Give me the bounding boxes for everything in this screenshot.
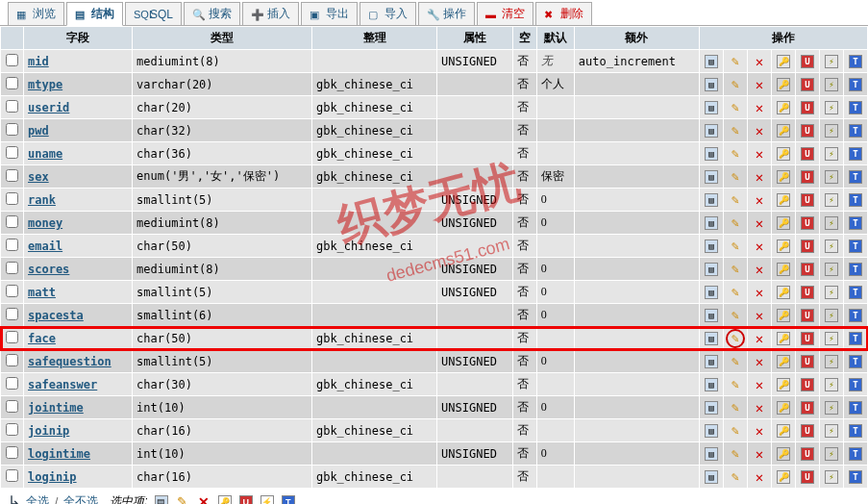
index-icon[interactable]: ⚡	[824, 446, 839, 462]
row-checkbox[interactable]	[6, 377, 18, 390]
fulltext-icon[interactable]: T	[848, 77, 863, 92]
tab-导入[interactable]: ▢导入	[360, 2, 416, 25]
field-name-link[interactable]: pwd	[28, 124, 49, 138]
field-name-link[interactable]: scores	[28, 263, 69, 276]
unique-icon[interactable]: U	[800, 239, 815, 254]
browse-icon[interactable]: ▤	[704, 123, 719, 139]
edit-icon[interactable]: ✎	[728, 423, 743, 439]
browse-icon[interactable]: ▤	[704, 192, 719, 208]
fulltext-icon[interactable]: T	[848, 354, 863, 369]
row-checkbox[interactable]	[6, 262, 18, 274]
field-name-link[interactable]: safeanswer	[28, 378, 97, 391]
unique-icon[interactable]: U	[800, 192, 815, 208]
fulltext-icon[interactable]: T	[848, 169, 863, 185]
edit-icon[interactable]: ✎	[728, 331, 743, 346]
field-name-link[interactable]: sex	[28, 170, 49, 184]
fulltext-icon[interactable]: T	[848, 308, 863, 323]
field-name-link[interactable]: rank	[28, 193, 56, 207]
browse-icon[interactable]: ▤	[704, 331, 719, 346]
unique-icon[interactable]: U	[800, 469, 815, 485]
index-icon[interactable]: ⚡	[824, 377, 839, 392]
fulltext-icon[interactable]: T	[848, 423, 863, 439]
edit-icon[interactable]: ✎	[728, 400, 743, 416]
unique-icon[interactable]: U	[800, 400, 815, 416]
primary-key-icon[interactable]: 🔑	[776, 215, 791, 231]
field-name-link[interactable]: face	[28, 332, 56, 345]
field-name-link[interactable]: mid	[28, 55, 49, 68]
fulltext-icon[interactable]: T	[848, 446, 863, 462]
row-checkbox[interactable]	[6, 331, 18, 343]
delete-icon[interactable]: ✕	[752, 354, 767, 369]
delete-icon[interactable]: ✕	[752, 100, 767, 115]
unique-icon[interactable]: U	[800, 54, 815, 69]
unique-icon[interactable]: U	[800, 215, 815, 231]
fulltext-icon[interactable]: T	[848, 377, 863, 392]
browse-icon[interactable]: ▤	[704, 446, 719, 462]
primary-key-icon[interactable]: 🔑	[776, 308, 791, 323]
primary-key-icon[interactable]: 🔑	[776, 423, 791, 439]
edit-icon[interactable]: ✎	[728, 192, 743, 208]
delete-icon[interactable]: ✕	[752, 331, 767, 346]
browse-icon[interactable]: ▤	[704, 77, 719, 92]
primary-key-icon[interactable]: 🔑	[776, 169, 791, 185]
index-icon[interactable]: ⚡	[824, 354, 839, 369]
edit-icon[interactable]: ✎	[728, 77, 743, 92]
row-checkbox[interactable]	[6, 169, 18, 182]
delete-icon[interactable]: ✕	[752, 169, 767, 185]
unique-icon[interactable]: U	[800, 146, 815, 162]
delete-icon[interactable]: ✕	[752, 377, 767, 392]
index-icon[interactable]: ⚡	[824, 100, 839, 115]
field-name-link[interactable]: logintime	[28, 447, 90, 461]
index-icon[interactable]: ⚡	[824, 331, 839, 346]
tab-插入[interactable]: ➕插入	[242, 2, 299, 25]
index-icon[interactable]: ⚡	[824, 239, 839, 254]
primary-key-icon[interactable]: 🔑	[776, 123, 791, 139]
browse-icon[interactable]: ▤	[704, 262, 719, 277]
browse-icon[interactable]: ▤	[704, 469, 719, 485]
primary-key-icon[interactable]: 🔑	[776, 377, 791, 392]
browse-icon[interactable]: ▤	[704, 215, 719, 231]
unique-icon[interactable]: U	[800, 308, 815, 323]
primary-key-icon[interactable]: 🔑	[776, 100, 791, 115]
primary-key-icon[interactable]: 🔑	[776, 331, 791, 346]
browse-icon[interactable]: ▤	[704, 54, 719, 69]
index-icon[interactable]: ⚡	[824, 123, 839, 139]
fulltext-icon[interactable]: T	[848, 123, 863, 139]
index-icon[interactable]: ⚡	[824, 262, 839, 277]
unique-icon[interactable]: U	[800, 77, 815, 92]
index-icon[interactable]: ⚡	[824, 400, 839, 416]
unique-icon[interactable]: U	[800, 262, 815, 277]
bulk-index-icon[interactable]: ⚡	[260, 494, 275, 505]
edit-icon[interactable]: ✎	[728, 469, 743, 485]
index-icon[interactable]: ⚡	[824, 54, 839, 69]
browse-icon[interactable]: ▤	[704, 100, 719, 115]
fulltext-icon[interactable]: T	[848, 146, 863, 162]
edit-icon[interactable]: ✎	[728, 215, 743, 231]
index-icon[interactable]: ⚡	[824, 423, 839, 439]
fulltext-icon[interactable]: T	[848, 469, 863, 485]
check-all-link[interactable]: 全选	[26, 493, 49, 504]
bulk-browse-icon[interactable]: ▤	[154, 494, 169, 505]
tab-清空[interactable]: ▬清空	[477, 2, 533, 25]
fulltext-icon[interactable]: T	[848, 54, 863, 69]
browse-icon[interactable]: ▤	[704, 285, 719, 300]
browse-icon[interactable]: ▤	[704, 146, 719, 162]
edit-icon[interactable]: ✎	[728, 146, 743, 162]
edit-icon[interactable]: ✎	[728, 123, 743, 139]
primary-key-icon[interactable]: 🔑	[776, 446, 791, 462]
index-icon[interactable]: ⚡	[824, 146, 839, 162]
row-checkbox[interactable]	[6, 354, 18, 366]
field-name-link[interactable]: joinip	[28, 424, 69, 438]
primary-key-icon[interactable]: 🔑	[776, 285, 791, 300]
field-name-link[interactable]: safequestion	[28, 355, 112, 368]
field-name-link[interactable]: mtype	[28, 78, 62, 91]
row-checkbox[interactable]	[6, 400, 18, 413]
uncheck-all-link[interactable]: 全不选	[63, 493, 98, 504]
unique-icon[interactable]: U	[800, 100, 815, 115]
index-icon[interactable]: ⚡	[824, 285, 839, 300]
tab-操作[interactable]: 🔧操作	[418, 2, 475, 25]
bulk-fulltext-icon[interactable]: T	[281, 494, 296, 505]
edit-icon[interactable]: ✎	[728, 354, 743, 369]
index-icon[interactable]: ⚡	[824, 215, 839, 231]
delete-icon[interactable]: ✕	[752, 400, 767, 416]
